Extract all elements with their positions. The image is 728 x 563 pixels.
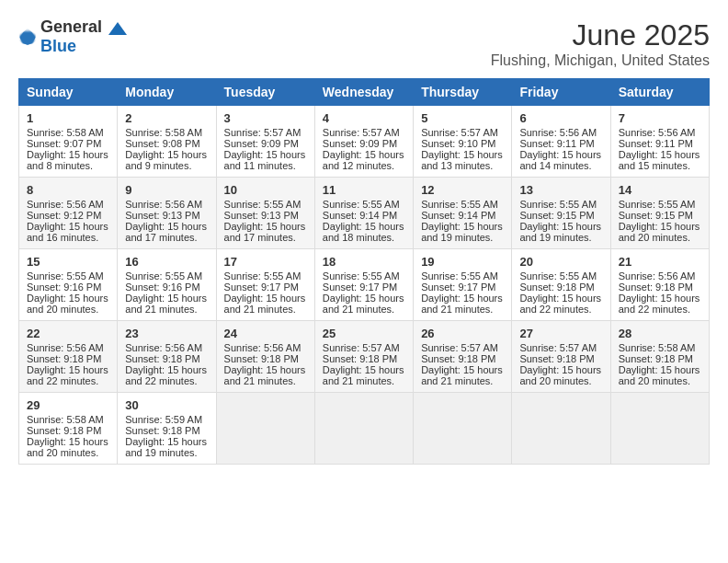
sunrise-label: Sunrise: 5:57 AM bbox=[421, 127, 498, 138]
day-number: 13 bbox=[519, 183, 602, 197]
sunrise-label: Sunrise: 5:56 AM bbox=[27, 342, 104, 353]
sunset-label: Sunset: 9:09 PM bbox=[323, 138, 397, 149]
calendar-cell-1-2: 2 Sunrise: 5:58 AM Sunset: 9:08 PM Dayli… bbox=[118, 106, 216, 178]
sunset-label: Sunset: 9:18 PM bbox=[125, 353, 199, 364]
calendar-cell-2-6: 13 Sunrise: 5:55 AM Sunset: 9:15 PM Dayl… bbox=[512, 178, 610, 249]
calendar-cell-1-1: 1 Sunrise: 5:58 AM Sunset: 9:07 PM Dayli… bbox=[19, 106, 118, 178]
daylight-label: Daylight: 15 hours and 21 minutes. bbox=[224, 293, 306, 315]
calendar-cell-1-5: 5 Sunrise: 5:57 AM Sunset: 9:10 PM Dayli… bbox=[414, 106, 512, 178]
day-number: 1 bbox=[27, 111, 109, 125]
daylight-label: Daylight: 15 hours and 21 minutes. bbox=[421, 364, 503, 386]
sunset-label: Sunset: 9:07 PM bbox=[27, 138, 101, 149]
sunrise-label: Sunrise: 5:57 AM bbox=[323, 342, 400, 353]
sunset-label: Sunset: 9:09 PM bbox=[224, 138, 299, 149]
daylight-label: Daylight: 15 hours and 22 minutes. bbox=[619, 293, 700, 315]
daylight-label: Daylight: 15 hours and 14 minutes. bbox=[519, 149, 601, 171]
sunset-label: Sunset: 9:16 PM bbox=[27, 282, 101, 293]
sunset-label: Sunset: 9:15 PM bbox=[519, 210, 594, 221]
daylight-label: Daylight: 15 hours and 20 minutes. bbox=[27, 436, 108, 458]
sunset-label: Sunset: 9:08 PM bbox=[125, 138, 199, 149]
daylight-label: Daylight: 15 hours and 21 minutes. bbox=[224, 364, 306, 386]
sunset-label: Sunset: 9:17 PM bbox=[421, 282, 495, 293]
calendar-cell-1-6: 6 Sunrise: 5:56 AM Sunset: 9:11 PM Dayli… bbox=[512, 106, 610, 178]
header-tuesday: Tuesday bbox=[216, 79, 314, 106]
sunset-label: Sunset: 9:11 PM bbox=[519, 138, 594, 149]
calendar-cell-3-6: 20 Sunrise: 5:55 AM Sunset: 9:18 PM Dayl… bbox=[512, 249, 610, 321]
sunset-label: Sunset: 9:13 PM bbox=[224, 210, 299, 221]
daylight-label: Daylight: 15 hours and 8 minutes. bbox=[27, 149, 108, 171]
daylight-label: Daylight: 15 hours and 17 minutes. bbox=[125, 221, 207, 243]
sunset-label: Sunset: 9:18 PM bbox=[519, 282, 594, 293]
calendar-cell-5-4 bbox=[314, 393, 413, 465]
day-number: 12 bbox=[421, 183, 504, 197]
calendar-cell-5-2: 30 Sunrise: 5:59 AM Sunset: 9:18 PM Dayl… bbox=[118, 393, 216, 465]
sunrise-label: Sunrise: 5:56 AM bbox=[27, 199, 104, 210]
daylight-label: Daylight: 15 hours and 20 minutes. bbox=[619, 221, 700, 243]
sunset-label: Sunset: 9:18 PM bbox=[519, 353, 594, 364]
daylight-label: Daylight: 15 hours and 21 minutes. bbox=[323, 364, 404, 386]
sunrise-label: Sunrise: 5:55 AM bbox=[519, 270, 597, 282]
calendar-cell-4-5: 26 Sunrise: 5:57 AM Sunset: 9:18 PM Dayl… bbox=[414, 321, 512, 393]
calendar-cell-2-3: 10 Sunrise: 5:55 AM Sunset: 9:13 PM Dayl… bbox=[216, 178, 314, 249]
day-number: 19 bbox=[421, 255, 504, 269]
sunrise-label: Sunrise: 5:57 AM bbox=[323, 127, 400, 138]
day-number: 28 bbox=[619, 327, 701, 340]
sunset-label: Sunset: 9:18 PM bbox=[224, 353, 299, 364]
calendar-cell-5-5 bbox=[414, 393, 512, 465]
sunrise-label: Sunrise: 5:58 AM bbox=[27, 414, 104, 425]
logo-general: General bbox=[40, 17, 102, 36]
day-number: 26 bbox=[421, 327, 504, 340]
daylight-label: Daylight: 15 hours and 19 minutes. bbox=[125, 436, 207, 458]
day-number: 23 bbox=[125, 327, 208, 340]
sunrise-label: Sunrise: 5:55 AM bbox=[519, 199, 597, 210]
sunrise-label: Sunrise: 5:56 AM bbox=[125, 342, 202, 353]
daylight-label: Daylight: 15 hours and 17 minutes. bbox=[224, 221, 306, 243]
calendar-cell-3-4: 18 Sunrise: 5:55 AM Sunset: 9:17 PM Dayl… bbox=[314, 249, 413, 321]
daylight-label: Daylight: 15 hours and 21 minutes. bbox=[421, 293, 503, 315]
day-number: 21 bbox=[619, 255, 701, 269]
sunset-label: Sunset: 9:11 PM bbox=[619, 138, 693, 149]
day-number: 17 bbox=[224, 255, 307, 269]
header-wednesday: Wednesday bbox=[314, 79, 413, 106]
sunrise-label: Sunrise: 5:55 AM bbox=[619, 199, 696, 210]
calendar-cell-3-5: 19 Sunrise: 5:55 AM Sunset: 9:17 PM Dayl… bbox=[414, 249, 512, 321]
day-number: 30 bbox=[125, 398, 208, 412]
sunrise-label: Sunrise: 5:57 AM bbox=[519, 342, 597, 353]
calendar-cell-4-6: 27 Sunrise: 5:57 AM Sunset: 9:18 PM Dayl… bbox=[512, 321, 610, 393]
calendar-cell-5-6 bbox=[512, 393, 610, 465]
sunset-label: Sunset: 9:14 PM bbox=[421, 210, 495, 221]
header-thursday: Thursday bbox=[414, 79, 512, 106]
day-number: 20 bbox=[519, 255, 602, 269]
main-title: June 2025 bbox=[491, 18, 710, 52]
sunrise-label: Sunrise: 5:56 AM bbox=[619, 127, 696, 138]
daylight-label: Daylight: 15 hours and 22 minutes. bbox=[519, 293, 601, 315]
sunrise-label: Sunrise: 5:57 AM bbox=[421, 342, 498, 353]
day-number: 7 bbox=[619, 111, 701, 125]
day-number: 10 bbox=[224, 183, 307, 197]
day-number: 27 bbox=[519, 327, 602, 340]
logo-text: General Blue bbox=[40, 18, 127, 56]
sunrise-label: Sunrise: 5:55 AM bbox=[421, 270, 498, 282]
sunset-label: Sunset: 9:18 PM bbox=[323, 353, 397, 364]
calendar-table: Sunday Monday Tuesday Wednesday Thursday… bbox=[18, 78, 710, 465]
calendar-cell-3-7: 21 Sunrise: 5:56 AM Sunset: 9:18 PM Dayl… bbox=[610, 249, 709, 321]
calendar-cell-4-1: 22 Sunrise: 5:56 AM Sunset: 9:18 PM Dayl… bbox=[19, 321, 118, 393]
day-number: 4 bbox=[323, 111, 405, 125]
sunset-label: Sunset: 9:18 PM bbox=[619, 282, 693, 293]
calendar-cell-4-4: 25 Sunrise: 5:57 AM Sunset: 9:18 PM Dayl… bbox=[314, 321, 413, 393]
day-number: 15 bbox=[27, 255, 109, 269]
calendar-cell-1-7: 7 Sunrise: 5:56 AM Sunset: 9:11 PM Dayli… bbox=[610, 106, 709, 178]
sunset-label: Sunset: 9:16 PM bbox=[125, 282, 199, 293]
calendar-header-row: Sunday Monday Tuesday Wednesday Thursday… bbox=[19, 79, 710, 106]
calendar-week-4: 22 Sunrise: 5:56 AM Sunset: 9:18 PM Dayl… bbox=[19, 321, 710, 393]
sunrise-label: Sunrise: 5:58 AM bbox=[619, 342, 696, 353]
header-monday: Monday bbox=[118, 79, 216, 106]
sunrise-label: Sunrise: 5:55 AM bbox=[125, 270, 202, 282]
sunrise-label: Sunrise: 5:58 AM bbox=[125, 127, 202, 138]
calendar-cell-3-2: 16 Sunrise: 5:55 AM Sunset: 9:16 PM Dayl… bbox=[118, 249, 216, 321]
logo: General Blue bbox=[18, 18, 127, 56]
calendar-cell-5-3 bbox=[216, 393, 314, 465]
sunrise-label: Sunrise: 5:58 AM bbox=[27, 127, 104, 138]
daylight-label: Daylight: 15 hours and 19 minutes. bbox=[421, 221, 503, 243]
daylight-label: Daylight: 15 hours and 22 minutes. bbox=[125, 364, 207, 386]
